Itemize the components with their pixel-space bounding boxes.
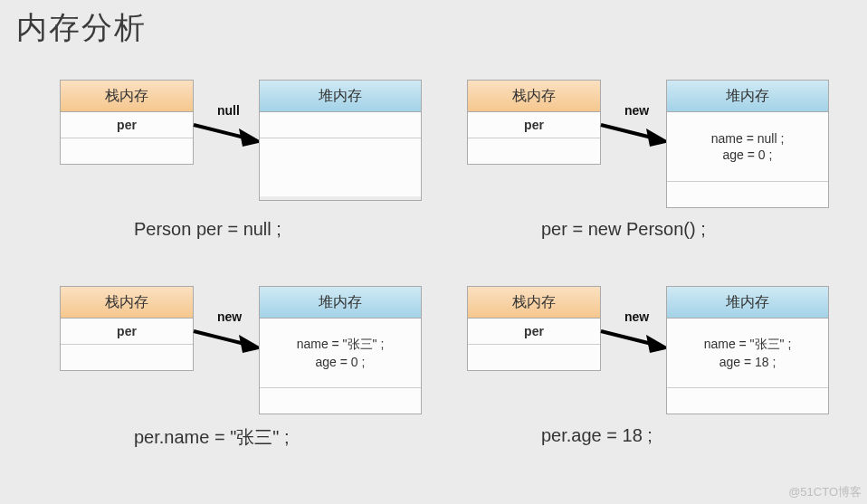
caption: Person per = null ; [134,219,281,240]
stack-box: 栈内存 per [467,80,601,165]
arrow: new [192,324,262,369]
heap-header: 堆内存 [260,81,421,112]
arrow-icon [599,118,670,163]
heap-box: 堆内存 name = "张三" ; age = 0 ; [259,286,422,414]
arrow-icon [599,324,670,369]
heap-body: name = null ; age = 0 ; [667,112,828,182]
stack-row-per: per [61,112,193,138]
heap-body: name = "张三" ; age = 0 ; [260,319,421,388]
heap-line: age = 18 ; [667,355,828,369]
svg-line-4 [194,331,244,344]
heap-blank [260,138,421,196]
heap-header: 堆内存 [260,287,421,319]
caption: per.name = "张三" ; [134,425,290,450]
arrow: new [599,324,670,369]
caption: per = new Person() ; [541,219,706,240]
arrow-label: null [217,103,240,118]
svg-line-0 [194,125,244,138]
stack-row-empty [468,138,600,164]
stack-box: 栈内存 per [60,286,194,371]
heap-box: 堆内存 [259,80,422,201]
watermark: @51CTO博客 [788,484,862,500]
heap-blank [260,388,421,414]
stack-row-empty [61,138,193,164]
heap-box: 堆内存 name = "张三" ; age = 18 ; [666,286,829,414]
arrow-icon [192,324,262,369]
heap-body: name = "张三" ; age = 18 ; [667,319,828,388]
heap-body [260,112,421,138]
heap-line: name = null ; [667,131,828,146]
stack-header: 栈内存 [468,287,600,319]
svg-line-6 [601,331,652,344]
heap-blank [667,388,828,414]
heap-header: 堆内存 [667,287,828,319]
caption: per.age = 18 ; [541,425,653,446]
stack-row-per: per [468,112,600,138]
stack-header: 栈内存 [468,81,600,112]
arrow-label: new [217,309,242,324]
arrow-icon [192,118,262,163]
heap-line: age = 0 ; [667,147,828,162]
stack-row-per: per [61,319,193,345]
stack-row-per: per [468,319,600,345]
arrow-label: new [624,309,649,324]
arrow: new [599,118,670,163]
arrow-label: new [624,103,649,118]
heap-line: age = 0 ; [260,355,421,369]
stack-header: 栈内存 [61,81,193,112]
page-title: 内存分析 [16,7,147,49]
stack-row-empty [61,345,193,370]
stack-box: 栈内存 per [60,80,194,165]
heap-line: name = "张三" ; [667,337,828,353]
heap-header: 堆内存 [667,81,828,112]
svg-line-2 [601,125,652,138]
heap-line: name = "张三" ; [260,337,421,353]
stack-header: 栈内存 [61,287,193,319]
stack-row-empty [468,345,600,370]
heap-box: 堆内存 name = null ; age = 0 ; [666,80,829,208]
heap-blank [667,182,828,207]
stack-box: 栈内存 per [467,286,601,371]
arrow: null [192,118,262,163]
